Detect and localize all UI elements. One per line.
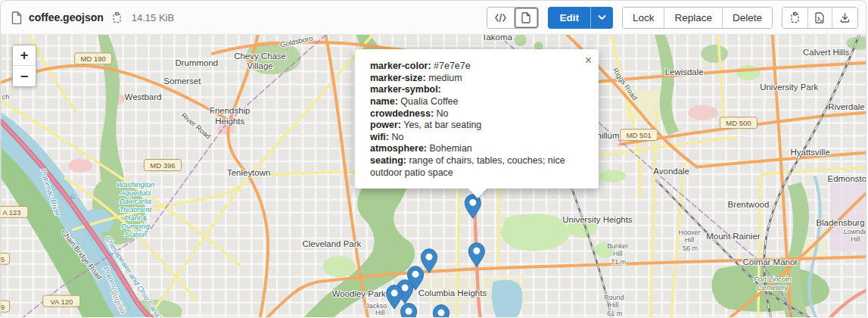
route-shield: MD 500 [720,117,757,129]
map-label: University Park [760,83,818,92]
zoom-control: + − [12,45,36,87]
popup-close-icon[interactable]: × [583,53,593,68]
map-label: Bunker [607,242,628,250]
map-label: Drummond [176,58,219,67]
map-label: Pumping [121,222,150,230]
map-label: Hill [375,309,384,316]
popup-tail [468,188,487,198]
route-shield: 5 [1,253,10,264]
zoom-in-button[interactable]: + [13,45,36,66]
map-label: Calvert Hills [803,48,849,57]
svg-text:A 123: A 123 [2,208,20,217]
map-label: Mount Rainier [706,232,760,241]
download-icon [839,12,851,23]
source-view-button[interactable] [487,8,514,28]
feature-popup: × marker-color: #7e7e7emarker-size: medi… [355,49,599,189]
svg-text:9: 9 [1,303,5,311]
download-button[interactable] [832,8,857,28]
map-label: Tenleytown [227,169,270,178]
route-shield: MD 501 [621,129,658,141]
replace-button[interactable]: Replace [664,8,722,28]
map-label: 56 m [683,245,698,252]
open-raw-button[interactable] [807,8,832,28]
file-icon [11,11,23,24]
file-header: coffee.geojson 14.15 KiB [1,1,866,35]
map-label: 61 m [607,310,622,317]
map-marker[interactable] [401,304,417,317]
view-toggle-group [487,7,539,29]
map-label: Plant & [124,214,148,222]
feature-property: marker-color: #7e7e7e [370,61,585,73]
file-action-group: Lock Replace Delete [622,7,773,29]
edit-dropdown-button[interactable] [590,7,613,29]
document-icon [521,12,531,23]
zoom-out-button[interactable]: − [13,66,36,86]
delete-button[interactable]: Delete [722,8,772,28]
map-marker[interactable] [434,305,450,317]
svg-text:MD 190: MD 190 [81,55,106,63]
map-label: Riverdale [828,102,864,111]
map-label: Round [604,294,624,301]
feature-property: seating: range of chairs, tables, couche… [370,155,585,179]
file-size: 14.15 KiB [132,12,174,23]
map-label: Columbia Heights [418,288,487,298]
geojson-map-preview[interactable]: ⌂ MD 190MD 396MD 501MD 500A 123VA 12059 … [1,35,866,317]
map-label: 71 m [611,258,626,266]
map-label: Colmar Manor [743,257,798,267]
map-label: Cemetery [757,283,789,292]
map-label: Hill [609,301,618,309]
copy-contents-button[interactable] [782,8,807,28]
lock-button[interactable]: Lock [623,8,664,28]
map-label: Hill [613,250,622,257]
map-label: Hoover [679,229,701,236]
edit-split-button: Edit [548,7,613,29]
map-label: Lownde [844,228,866,235]
rendered-view-button[interactable] [514,8,538,28]
svg-text:MD 501: MD 501 [627,131,652,139]
chevron-down-icon [598,14,606,20]
map-label: Aqueduct [120,189,151,197]
clipboard-icon [789,11,801,23]
map-label: Westbard [125,92,162,101]
route-shield: MD 190 [75,53,112,64]
svg-text:VA 120: VA 120 [50,298,73,306]
svg-text:MD 396: MD 396 [150,161,175,170]
map-label: Chevy Chase [234,51,286,61]
file-name: coffee.geojson [29,11,104,23]
map-label: Hyattsville [791,148,830,157]
map-label: Avondale [653,167,689,176]
map-label: Station [124,230,146,238]
route-shield: MD 396 [144,160,181,171]
map-label: Treatment [120,205,152,214]
feature-property: atmosphere: Bohemian [370,143,585,155]
map-label: Village [247,61,273,70]
map-label: Heights [215,117,244,126]
feature-property: name: Qualia Coffee [370,96,585,108]
feature-properties: marker-color: #7e7e7emarker-size: medium… [370,61,585,179]
svg-text:5: 5 [1,255,5,263]
map-label: Friendship [210,106,250,115]
feature-property: marker-symbol: [370,84,585,96]
map-label: Cleveland Park [303,239,362,248]
feature-property: power: Yes, at bar seating [370,120,585,132]
edit-button[interactable]: Edit [548,7,590,29]
map-label: Brentwood [728,200,770,209]
snippet-file-card: coffee.geojson 14.15 KiB [0,0,866,317]
map-label: ch [2,93,9,101]
landmark-icon: ⌂ [70,192,75,200]
map-label: Dalecarlia [120,197,151,205]
map-label: Edmonston [828,174,866,183]
map-label: University Heights [562,215,633,224]
svg-text:MD 500: MD 500 [726,119,751,127]
map-label: Woodley Park [332,289,386,298]
map-label: Hill [851,235,860,243]
map-label: Washington [117,180,154,189]
map-label: Somerset [163,76,201,86]
map-label: Lewisdale [665,67,704,76]
map-label: Takoma [482,35,513,42]
copy-path-icon[interactable] [110,10,124,25]
route-shield: VA 120 [43,295,80,307]
header-actions: Edit Lock Replace Delete [487,7,858,29]
utility-icon-group [782,7,858,29]
feature-property: crowdedness: No [370,108,585,120]
